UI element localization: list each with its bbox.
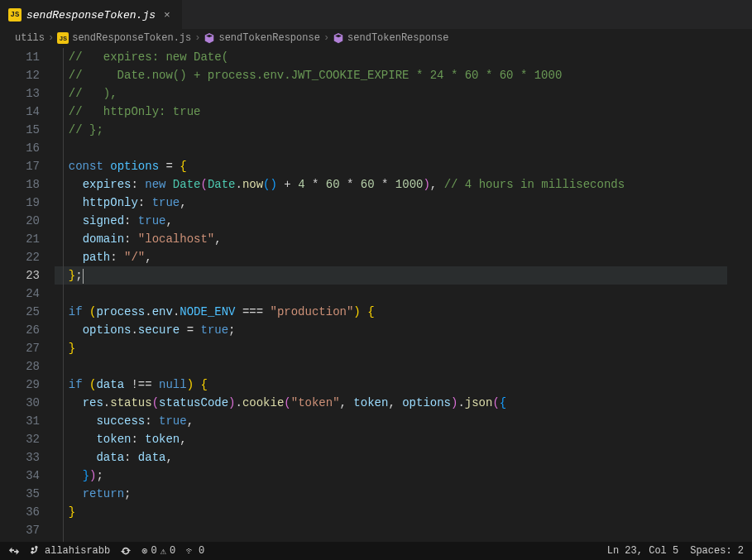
line-gutter: 1112131415161718192021222324252627282930… <box>0 48 55 554</box>
breadcrumb-symbol[interactable]: sendTokenResponse <box>204 32 319 44</box>
warning-count: 0 <box>170 545 175 557</box>
breadcrumb-symbol-label: sendTokenResponse <box>218 32 319 44</box>
close-icon[interactable]: × <box>160 9 174 22</box>
line-number: 31 <box>0 412 40 430</box>
error-icon: ⊗ <box>141 545 147 558</box>
chevron-right-icon: › <box>323 32 329 44</box>
line-number: 22 <box>0 248 40 266</box>
code-line[interactable]: const options = { <box>55 157 752 175</box>
breadcrumb-symbol[interactable]: sendTokenResponse <box>333 32 448 44</box>
code-line[interactable] <box>55 357 752 376</box>
code-line[interactable]: domain: "localhost", <box>55 230 752 248</box>
line-number: 37 <box>0 521 40 539</box>
tab-filename: sendResponseToken.js <box>26 9 156 22</box>
line-number: 18 <box>0 175 40 194</box>
code-line[interactable]: success: true, <box>55 412 752 430</box>
line-number: 15 <box>0 121 40 139</box>
code-line[interactable]: token: token, <box>55 430 752 448</box>
breadcrumb-symbol-label: sendTokenResponse <box>347 32 448 44</box>
port-forward[interactable]: ᯤ 0 <box>185 545 204 558</box>
code-line[interactable]: res.status(statusCode).cookie("token", t… <box>55 394 752 412</box>
editor[interactable]: 1112131415161718192021222324252627282930… <box>0 48 752 554</box>
line-number: 28 <box>0 357 40 376</box>
code-line[interactable]: return; <box>55 485 752 503</box>
line-number: 30 <box>0 394 40 412</box>
warning-icon: ⚠ <box>160 545 166 558</box>
code-line[interactable] <box>55 521 752 539</box>
code-line[interactable]: httpOnly: true, <box>55 194 752 212</box>
code-area[interactable]: // expires: new Date( // Date.now() + pr… <box>55 48 752 554</box>
code-line[interactable]: data: data, <box>55 448 752 467</box>
line-number: 34 <box>0 467 40 485</box>
git-branch[interactable]: allahisrabb <box>30 545 110 557</box>
line-number: 35 <box>0 485 40 503</box>
breadcrumb-file-label: sendResponseToken.js <box>72 32 191 44</box>
code-line[interactable]: path: "/", <box>55 248 752 266</box>
breadcrumb-file[interactable]: JS sendResponseToken.js <box>57 32 191 44</box>
text-cursor <box>83 269 84 284</box>
tab-active[interactable]: JS sendResponseToken.js × <box>0 0 182 29</box>
line-number: 16 <box>0 139 40 157</box>
line-number: 14 <box>0 103 40 121</box>
sync-button[interactable] <box>120 545 132 557</box>
problems[interactable]: ⊗ 0 ⚠ 0 <box>141 545 175 558</box>
line-number: 21 <box>0 230 40 248</box>
code-line[interactable]: if (data !== null) { <box>55 376 752 394</box>
indentation[interactable]: Spaces: 2 <box>690 545 744 557</box>
code-line[interactable]: } <box>55 339 752 357</box>
chevron-right-icon: › <box>194 32 200 44</box>
chevron-right-icon: › <box>48 32 54 44</box>
line-number: 29 <box>0 376 40 394</box>
breadcrumb-folder[interactable]: utils <box>15 32 45 44</box>
code-line[interactable]: }; <box>55 266 752 285</box>
radio-icon: ᯤ <box>185 545 195 558</box>
line-number: 32 <box>0 430 40 448</box>
indent-guide <box>63 48 64 554</box>
line-number: 27 <box>0 339 40 357</box>
code-line[interactable] <box>55 139 752 157</box>
line-number: 25 <box>0 303 40 321</box>
line-number: 17 <box>0 157 40 175</box>
code-line[interactable]: // Date.now() + process.env.JWT_COOKIE_E… <box>55 66 752 84</box>
cursor-position[interactable]: Ln 23, Col 5 <box>607 545 678 557</box>
minimap[interactable] <box>727 51 752 539</box>
error-count: 0 <box>151 545 156 557</box>
code-line[interactable]: options.secure = true; <box>55 321 752 339</box>
code-line[interactable]: signed: true, <box>55 212 752 230</box>
line-number: 13 <box>0 84 40 103</box>
code-line[interactable]: // httpOnly: true <box>55 103 752 121</box>
line-number: 19 <box>0 194 40 212</box>
line-number: 11 <box>0 48 40 66</box>
code-line[interactable]: if (process.env.NODE_ENV === "production… <box>55 303 752 321</box>
line-number: 23 <box>0 266 40 285</box>
line-number: 12 <box>0 66 40 84</box>
method-icon <box>333 32 344 44</box>
code-line[interactable]: }); <box>55 467 752 485</box>
js-file-icon: JS <box>57 32 69 44</box>
line-number: 24 <box>0 285 40 303</box>
code-line[interactable]: } <box>55 503 752 521</box>
remote-button[interactable] <box>8 545 20 557</box>
method-icon <box>204 32 215 44</box>
code-line[interactable]: // }; <box>55 121 752 139</box>
branch-name: allahisrabb <box>45 545 110 557</box>
line-number: 36 <box>0 503 40 521</box>
line-number: 20 <box>0 212 40 230</box>
status-bar: allahisrabb ⊗ 0 ⚠ 0 ᯤ 0 Ln 23, Col 5 Spa… <box>0 542 752 560</box>
js-file-icon: JS <box>8 8 22 22</box>
code-line[interactable]: // expires: new Date( <box>55 48 752 66</box>
line-number: 33 <box>0 448 40 467</box>
code-line[interactable] <box>55 285 752 303</box>
tab-bar: JS sendResponseToken.js × <box>0 0 752 29</box>
port-count: 0 <box>199 545 204 557</box>
line-number: 26 <box>0 321 40 339</box>
code-line[interactable]: expires: new Date(Date.now() + 4 * 60 * … <box>55 175 752 194</box>
breadcrumb[interactable]: utils › JS sendResponseToken.js › sendTo… <box>0 29 752 48</box>
code-line[interactable]: // ), <box>55 84 752 103</box>
